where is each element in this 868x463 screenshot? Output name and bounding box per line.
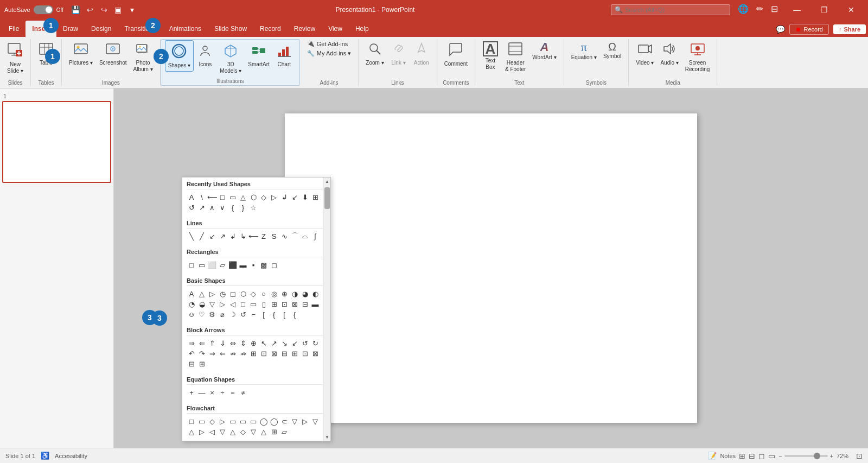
pen-icon[interactable]: ✏ <box>754 3 765 15</box>
shape-item[interactable]: ▭ <box>228 192 238 202</box>
shape-item[interactable]: ☽ <box>228 309 238 319</box>
smartart-button[interactable]: SmartArt <box>245 41 272 70</box>
shape-item[interactable]: ⊞ <box>310 192 320 202</box>
shape-item[interactable]: ⟵ <box>248 231 258 241</box>
undo-button[interactable]: ↩ <box>83 3 97 17</box>
shape-item[interactable]: ⊕ <box>248 338 258 348</box>
comment-button[interactable]: Comment <box>442 39 470 69</box>
tab-design[interactable]: Design <box>85 21 118 37</box>
shape-item[interactable]: □ <box>238 299 248 309</box>
close-button[interactable]: ✕ <box>839 0 864 20</box>
shape-item[interactable]: ⌒ <box>290 231 299 241</box>
zoom-percent[interactable]: 72% <box>837 453 853 459</box>
shape-item[interactable]: ↲ <box>279 192 289 202</box>
link-button[interactable]: Link ▾ <box>388 39 410 68</box>
shape-item[interactable]: ∧ <box>207 202 217 212</box>
shapes-dropdown-scrollbar[interactable]: ▲ ▼ <box>323 177 330 441</box>
notes-label[interactable]: Notes <box>720 453 736 459</box>
present-button[interactable]: ▣ <box>111 3 125 17</box>
search-input[interactable] <box>625 7 723 13</box>
globe-icon[interactable]: 🌐 <box>736 3 751 15</box>
get-addins-button[interactable]: 🔌 Get Add-ins <box>304 39 354 48</box>
shape-item[interactable]: ◔ <box>187 299 196 309</box>
shape-item[interactable]: ↙ <box>290 338 299 348</box>
shape-item[interactable]: ⊠ <box>269 348 279 358</box>
shape-item[interactable]: ⊞ <box>248 348 258 358</box>
slide-canvas[interactable] <box>285 113 697 423</box>
shape-item[interactable]: ↳ <box>238 231 248 241</box>
shape-item[interactable]: ◇ <box>259 192 269 202</box>
scroll-down-arrow[interactable]: ▼ <box>323 433 331 441</box>
layout-icon[interactable]: ⊟ <box>769 3 780 15</box>
shape-item[interactable]: ▽ <box>290 416 299 426</box>
shape-item[interactable]: ⇑ <box>207 338 217 348</box>
shape-item[interactable]: Z <box>259 231 269 241</box>
shape-item[interactable]: ▬ <box>310 299 320 309</box>
shape-item[interactable]: ⊞ <box>197 359 207 369</box>
shape-item[interactable]: ⊡ <box>279 299 289 309</box>
shape-item[interactable]: ⇒ <box>187 338 196 348</box>
shape-item[interactable]: { <box>290 309 299 319</box>
symbol-button[interactable]: Ω Symbol <box>601 39 624 62</box>
shape-item[interactable]: □ <box>218 192 227 202</box>
tab-draw[interactable]: Draw <box>56 21 85 37</box>
tab-animations[interactable]: Animations <box>163 21 208 37</box>
shape-item[interactable]: ◁ <box>207 427 217 436</box>
shape-item[interactable]: ⬜ <box>207 260 217 270</box>
shape-item[interactable]: ⊡ <box>300 348 310 358</box>
shape-item[interactable]: ⌐ <box>248 309 258 319</box>
shape-item[interactable]: ▭ <box>228 416 238 426</box>
shape-item[interactable]: ⇏ <box>238 348 248 358</box>
shape-item[interactable]: ⇐ <box>218 348 227 358</box>
shape-item[interactable]: ↺ <box>187 202 196 212</box>
shape-item[interactable]: ÷ <box>218 388 227 397</box>
shape-item[interactable]: ∫ <box>310 231 320 241</box>
shape-item[interactable]: ▪ <box>248 260 258 270</box>
zoom-in-icon[interactable]: + <box>830 453 833 459</box>
shape-item[interactable]: ◯ <box>259 416 269 426</box>
shape-item[interactable]: ⇏ <box>228 348 238 358</box>
shape-item[interactable]: { <box>228 202 238 212</box>
shape-item[interactable]: ↗ <box>218 231 227 241</box>
shape-item[interactable]: ⌓ <box>300 231 310 241</box>
shape-item[interactable]: ⬇ <box>300 192 310 202</box>
shape-item[interactable]: ◇ <box>207 416 217 426</box>
shape-item[interactable]: ⇔ <box>228 338 238 348</box>
screen-recording-button[interactable]: ScreenRecording <box>682 39 713 75</box>
new-slide-button[interactable]: NewSlide ▾ <box>4 39 26 77</box>
shape-item[interactable]: ▷ <box>218 416 227 426</box>
shape-item[interactable]: □ <box>187 260 196 270</box>
search-bar[interactable]: 🔍 <box>611 4 730 15</box>
action-button[interactable]: Action <box>411 39 432 68</box>
shape-item[interactable]: ↙ <box>290 192 299 202</box>
slide-thumbnail-1[interactable] <box>2 101 111 183</box>
shape-item[interactable]: ◻ <box>228 289 238 299</box>
audio-button[interactable]: Audio ▾ <box>658 39 681 68</box>
shape-item[interactable]: ⬡ <box>248 192 258 202</box>
shape-item[interactable]: × <box>207 388 217 397</box>
shape-item[interactable]: ▽ <box>218 427 227 436</box>
shape-item[interactable]: ◕ <box>300 289 310 299</box>
shape-item[interactable]: ⊂ <box>279 416 289 426</box>
redo-button[interactable]: ↪ <box>97 3 111 17</box>
shape-item[interactable]: ∨ <box>218 202 227 212</box>
scroll-up-arrow[interactable]: ▲ <box>323 177 331 185</box>
shape-item[interactable]: ◐ <box>310 289 320 299</box>
shape-item[interactable]: ▷ <box>300 416 310 426</box>
tab-file[interactable]: File <box>2 21 25 37</box>
shape-item[interactable]: ↘ <box>279 338 289 348</box>
shape-item[interactable]: ⊟ <box>279 348 289 358</box>
shape-item[interactable]: △ <box>228 427 238 436</box>
tab-view[interactable]: View <box>322 21 349 37</box>
comments-icon[interactable]: 💬 <box>776 25 785 34</box>
shape-item[interactable]: ▽ <box>207 299 217 309</box>
shape-item[interactable]: ▭ <box>248 299 258 309</box>
shape-item[interactable]: ↲ <box>228 231 238 241</box>
customize-qat-button[interactable]: ▾ <box>125 3 139 17</box>
shape-item[interactable]: ▯ <box>259 299 269 309</box>
screenshot-button[interactable]: Screenshot <box>97 39 130 68</box>
shape-item[interactable]: ⬛ <box>228 260 238 270</box>
wordart-button[interactable]: A WordArt ▾ <box>529 39 559 63</box>
shape-item[interactable]: ↖ <box>259 338 269 348</box>
zoom-button[interactable]: Zoom ▾ <box>363 39 386 68</box>
